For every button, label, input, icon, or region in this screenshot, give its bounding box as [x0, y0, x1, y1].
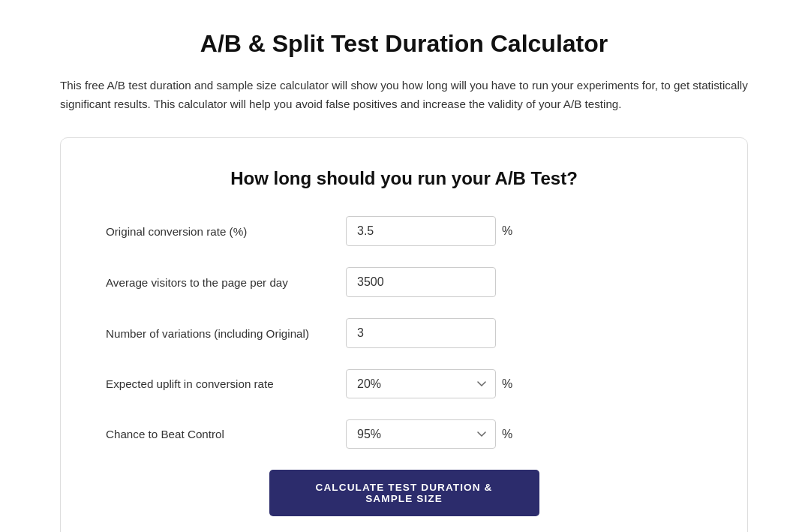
select-expected-uplift[interactable]: 5%10%15%20%25%30%40%50% — [346, 369, 496, 398]
card-title: How long should you run your A/B Test? — [106, 168, 702, 189]
label-expected-uplift: Expected uplift in conversion rate — [106, 376, 346, 392]
form-row-expected-uplift: Expected uplift in conversion rate5%10%1… — [106, 369, 702, 398]
input-wrapper-number-of-variations — [346, 318, 496, 348]
form-row-average-visitors: Average visitors to the page per day — [106, 267, 702, 297]
label-chance-to-beat-control: Chance to Beat Control — [106, 426, 346, 442]
label-original-conversion-rate: Original conversion rate (%) — [106, 224, 346, 239]
input-wrapper-expected-uplift: 5%10%15%20%25%30%40%50%% — [346, 369, 512, 398]
select-chance-to-beat-control[interactable]: 80%85%90%95%99% — [346, 419, 496, 449]
form-row-number-of-variations: Number of variations (including Original… — [106, 318, 702, 348]
page-title: A/B & Split Test Duration Calculator — [60, 30, 748, 58]
form-fields: Original conversion rate (%)%Average vis… — [106, 216, 702, 449]
input-wrapper-average-visitors — [346, 267, 496, 297]
calculate-button[interactable]: CALCULATE TEST DURATION & SAMPLE SIZE — [269, 470, 539, 516]
label-average-visitors: Average visitors to the page per day — [106, 275, 346, 290]
form-row-original-conversion-rate: Original conversion rate (%)% — [106, 216, 702, 246]
input-number-of-variations[interactable] — [346, 318, 496, 348]
input-average-visitors[interactable] — [346, 267, 496, 297]
page-description: This free A/B test duration and sample s… — [60, 76, 748, 113]
input-original-conversion-rate[interactable] — [346, 216, 496, 246]
unit-original-conversion-rate: % — [502, 224, 512, 238]
form-row-chance-to-beat-control: Chance to Beat Control80%85%90%95%99%% — [106, 419, 702, 449]
input-wrapper-original-conversion-rate: % — [346, 216, 512, 246]
calculator-card: How long should you run your A/B Test? O… — [60, 137, 748, 532]
label-number-of-variations: Number of variations (including Original… — [106, 326, 346, 341]
input-wrapper-chance-to-beat-control: 80%85%90%95%99%% — [346, 419, 512, 449]
unit-chance-to-beat-control: % — [502, 428, 512, 441]
unit-expected-uplift: % — [502, 377, 512, 391]
